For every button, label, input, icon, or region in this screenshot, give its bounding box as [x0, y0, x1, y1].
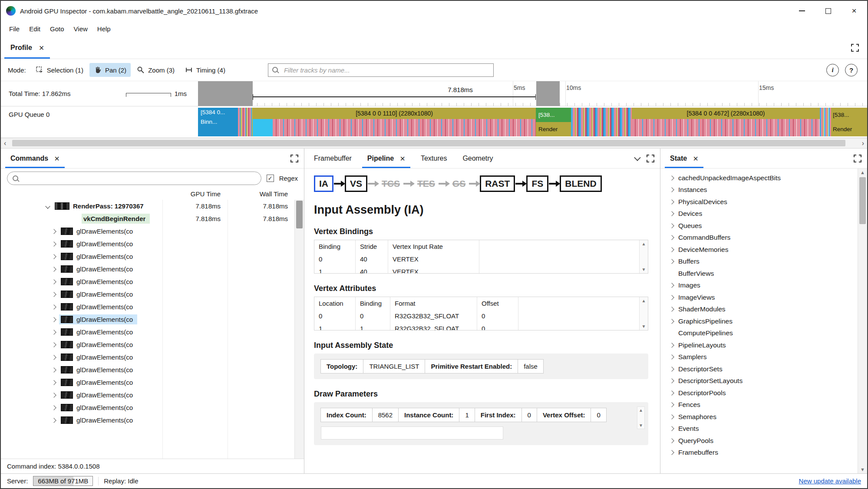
- tab-pipeline[interactable]: Pipeline ×: [360, 149, 413, 168]
- state-item[interactable]: ShaderModules: [660, 304, 867, 316]
- chevron-right-icon[interactable]: [669, 175, 674, 180]
- state-item[interactable]: Framebuffers: [660, 447, 867, 459]
- close-button[interactable]: ×: [841, 1, 867, 21]
- command-row[interactable]: glDrawElements(co: [1, 326, 304, 338]
- state-item[interactable]: Buffers: [660, 256, 867, 268]
- chevron-right-icon[interactable]: [51, 405, 56, 410]
- chevron-right-icon[interactable]: [669, 235, 674, 240]
- command-row[interactable]: glDrawElements(co: [1, 288, 304, 301]
- state-item[interactable]: PhysicalDevices: [660, 196, 867, 208]
- scroll-down-icon[interactable]: ▼: [642, 324, 646, 329]
- menu-goto[interactable]: Goto: [45, 23, 69, 35]
- fullscreen-icon[interactable]: [646, 154, 655, 163]
- state-vscrollbar[interactable]: ▲ ▼: [858, 169, 867, 473]
- chevron-right-icon[interactable]: [669, 199, 674, 204]
- menu-view[interactable]: View: [69, 23, 92, 35]
- column-header-gpu-time[interactable]: GPU Time: [162, 190, 228, 198]
- state-item[interactable]: Devices: [660, 208, 867, 220]
- state-item[interactable]: DeviceMemories: [660, 244, 867, 256]
- chevron-right-icon[interactable]: [669, 259, 674, 264]
- chevron-down-icon[interactable]: [634, 154, 641, 161]
- state-item[interactable]: BufferViews: [660, 268, 867, 280]
- chevron-right-icon[interactable]: [669, 283, 674, 288]
- track-slice-render-1[interactable]: [538... Render: [536, 108, 571, 136]
- state-item[interactable]: DescriptorPools: [660, 387, 867, 399]
- pipeline-stage-blend[interactable]: BLEND: [560, 175, 601, 192]
- chevron-right-icon[interactable]: [51, 292, 56, 297]
- chevron-right-icon[interactable]: [51, 241, 56, 246]
- chevron-right-icon[interactable]: [51, 304, 56, 309]
- command-row[interactable]: glDrawElements(co: [1, 313, 304, 326]
- command-row[interactable]: glDrawElements(co: [1, 238, 304, 250]
- command-row[interactable]: glDrawElements(co: [1, 401, 304, 414]
- chevron-right-icon[interactable]: [669, 295, 674, 300]
- command-row[interactable]: glDrawElements(co: [1, 263, 304, 275]
- command-row[interactable]: glDrawElements(co: [1, 301, 304, 313]
- info-button[interactable]: i: [826, 64, 839, 76]
- chevron-right-icon[interactable]: [51, 393, 56, 397]
- filter-tracks-input[interactable]: [268, 63, 494, 77]
- chevron-right-icon[interactable]: [669, 403, 674, 407]
- tab-state[interactable]: State ×: [662, 149, 706, 168]
- track-slice-renderpass-1110[interactable]: [5384 0 0 1110] (2280x1080): [253, 108, 536, 136]
- mode-zoom-button[interactable]: Zoom (3): [132, 63, 179, 77]
- pipeline-stage-ia[interactable]: IA: [314, 175, 333, 192]
- state-item[interactable]: Semaphores: [660, 411, 867, 423]
- update-link[interactable]: New update available: [799, 477, 861, 485]
- command-row[interactable]: glDrawElements(co: [1, 275, 304, 288]
- chevron-right-icon[interactable]: [669, 379, 674, 383]
- command-row[interactable]: glDrawElements(co: [1, 389, 304, 401]
- command-row[interactable]: glDrawElements(co: [1, 250, 304, 263]
- scroll-up-icon[interactable]: ▲: [639, 408, 643, 413]
- state-item[interactable]: DescriptorSetLayouts: [660, 375, 867, 387]
- minimize-button[interactable]: [789, 1, 815, 21]
- chevron-right-icon[interactable]: [669, 307, 674, 312]
- track-slice-binning[interactable]: [5384 0... Binn...: [198, 108, 253, 136]
- pipeline-stage-tes[interactable]: TES: [414, 175, 438, 192]
- commands-search-box[interactable]: [7, 172, 261, 185]
- state-item[interactable]: CommandBuffers: [660, 232, 867, 244]
- command-row[interactable]: glDrawElements(co: [1, 225, 304, 238]
- state-item[interactable]: Fences: [660, 399, 867, 411]
- chevron-right-icon[interactable]: [669, 426, 674, 431]
- pipeline-stage-rast[interactable]: RAST: [480, 175, 515, 192]
- pipeline-stage-vs[interactable]: VS: [345, 175, 367, 192]
- column-header-wall-time[interactable]: Wall Time: [228, 190, 295, 198]
- chevron-right-icon[interactable]: [51, 355, 56, 360]
- scroll-right-icon[interactable]: ›: [862, 139, 864, 147]
- tab-geometry[interactable]: Geometry: [455, 149, 501, 168]
- chevron-right-icon[interactable]: [669, 414, 674, 419]
- command-row[interactable]: glDrawElements(co: [1, 351, 304, 363]
- panel-vscrollbar[interactable]: ▲ ▼: [637, 406, 645, 429]
- tab-close-icon[interactable]: ×: [400, 154, 405, 163]
- chevron-right-icon[interactable]: [669, 319, 674, 324]
- state-item[interactable]: ComputePipelines: [660, 327, 867, 340]
- tab-profile[interactable]: Profile ×: [1, 36, 53, 59]
- track-slice-renderpass-4672[interactable]: [5384 0 0 4672] (2280x1080): [632, 108, 820, 136]
- scroll-down-icon[interactable]: ▼: [639, 423, 643, 428]
- scroll-down-icon[interactable]: ▼: [860, 467, 865, 472]
- timeline-ruler[interactable]: 5ms 10ms 15ms 7.818ms: [198, 81, 867, 106]
- scroll-up-icon[interactable]: ▲: [860, 170, 865, 175]
- chevron-right-icon[interactable]: [51, 342, 56, 347]
- regex-checkbox[interactable]: ✓: [267, 175, 274, 182]
- commands-vscrollbar[interactable]: [294, 200, 304, 459]
- chevron-right-icon[interactable]: [669, 211, 674, 216]
- chevron-right-icon[interactable]: [669, 367, 674, 371]
- chevron-right-icon[interactable]: [669, 223, 674, 228]
- help-button[interactable]: ?: [845, 64, 858, 76]
- track-slice-misc[interactable]: [571, 108, 632, 136]
- state-item[interactable]: GraphicsPipelines: [660, 315, 867, 327]
- tab-close-icon[interactable]: ×: [39, 43, 44, 52]
- menu-file[interactable]: File: [4, 23, 24, 35]
- scroll-left-icon[interactable]: ‹: [4, 139, 6, 147]
- tab-close-icon[interactable]: ×: [54, 154, 59, 163]
- mode-selection-button[interactable]: Selection (1): [31, 63, 88, 77]
- state-item[interactable]: Events: [660, 423, 867, 435]
- pipeline-stage-tcs[interactable]: TCS: [379, 175, 403, 192]
- scroll-down-icon[interactable]: ▼: [642, 267, 646, 272]
- command-row[interactable]: vkCmdBeginRender7.818ms7.818ms: [1, 212, 304, 225]
- chevron-right-icon[interactable]: [51, 229, 56, 234]
- maximize-button[interactable]: [815, 1, 841, 21]
- chevron-right-icon[interactable]: [51, 367, 56, 372]
